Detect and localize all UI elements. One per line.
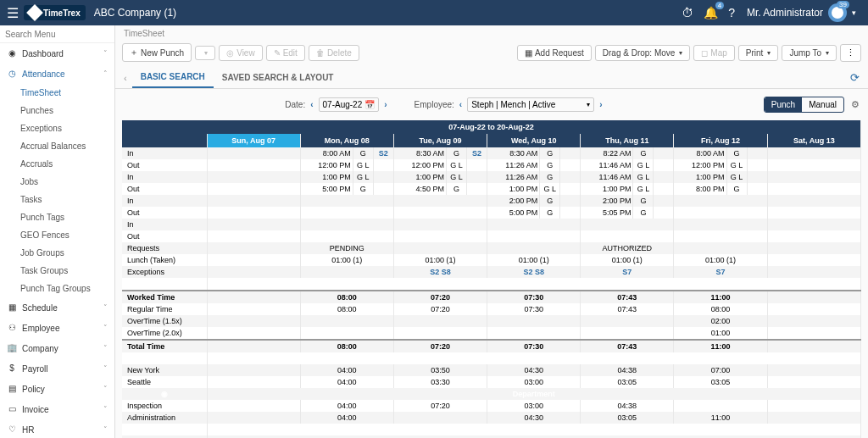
avatar[interactable]: 39 — [828, 3, 847, 22]
timesheet-grid: 07-Aug-22 to 20-Aug-22Sun, Aug 07Mon, Au… — [115, 120, 868, 438]
logo[interactable]: TimeTrex — [24, 5, 86, 20]
row-label: Out — [122, 159, 207, 171]
sidebar-item-invoice[interactable]: ▭Invoice˅ — [0, 399, 114, 419]
punch-cell[interactable]: 12:00 PM — [393, 159, 446, 171]
date-next[interactable]: › — [384, 100, 387, 109]
cell: 07:20 — [393, 291, 487, 303]
sidebar-sub-job-groups[interactable]: Job Groups — [0, 244, 114, 262]
hamburger-icon[interactable]: ☰ — [7, 5, 19, 21]
print-button[interactable]: Print — [738, 45, 779, 61]
cell: 07:43 — [581, 291, 674, 303]
mode-manual[interactable]: Manual — [802, 97, 843, 112]
punch-cell[interactable]: 12:00 PM — [300, 159, 353, 171]
punch-cell[interactable]: 1:00 PM — [674, 171, 726, 183]
punch-cell[interactable]: 11:46 AM — [581, 159, 633, 171]
map-button[interactable]: ◻ Map — [693, 45, 734, 61]
sidebar-item-attendance[interactable]: ◷Attendance˄ — [0, 64, 114, 84]
day-header[interactable]: Sun, Aug 07 — [207, 134, 300, 147]
sidebar-item-schedule[interactable]: ▦Schedule˅ — [0, 297, 114, 318]
sidebar-sub-tasks[interactable]: Tasks — [0, 191, 114, 208]
mode-punch[interactable]: Punch — [765, 97, 802, 112]
sidebar-item-company[interactable]: 🏢Company˅ — [0, 338, 114, 358]
sidebar-item-policy[interactable]: ▤Policy˅ — [0, 379, 114, 399]
search-menu-input[interactable] — [5, 30, 109, 39]
sidebar-item-dashboard[interactable]: ◉Dashboard˅ — [0, 43, 114, 64]
emp-select[interactable]: Steph | Mench | Active — [467, 97, 594, 112]
tabs-left-icon[interactable]: ‹ — [124, 73, 127, 83]
sidebar-sub-accrual-balances[interactable]: Accrual Balances — [0, 137, 114, 155]
tab-basic[interactable]: BASIC SEARCH — [132, 67, 214, 88]
sidebar-item-label: Payroll — [22, 364, 48, 374]
cell — [767, 315, 860, 327]
sidebar-sub-jobs[interactable]: Jobs — [0, 173, 114, 191]
sidebar-item-payroll[interactable]: $Payroll˅ — [0, 358, 114, 379]
punch-cell[interactable]: 8:30 AM — [393, 147, 446, 159]
day-header[interactable]: Wed, Aug 10 — [487, 134, 581, 147]
edit-button[interactable]: ✎ Edit — [266, 45, 305, 61]
section-header[interactable]: Branch — [207, 352, 861, 364]
punch-cell[interactable]: 11:26 AM — [487, 159, 540, 171]
punch-cell[interactable]: 11:46 AM — [581, 171, 633, 183]
user-name[interactable]: Mr. Administrator — [747, 7, 823, 19]
new-punch-button[interactable]: ＋ New Punch — [122, 43, 192, 62]
punch-cell[interactable]: 1:00 PM — [487, 183, 540, 195]
emp-prev[interactable]: ‹ — [459, 100, 462, 109]
jump-button[interactable]: Jump To — [782, 45, 837, 61]
day-header[interactable]: Thu, Aug 11 — [581, 134, 674, 147]
tab-saved[interactable]: SAVED SEARCH & LAYOUT — [214, 68, 342, 87]
punch-cell[interactable]: 4:50 PM — [393, 183, 446, 195]
day-header[interactable]: Tue, Aug 09 — [393, 134, 487, 147]
day-header[interactable]: Fri, Aug 12 — [674, 134, 767, 147]
punch-cell[interactable]: 8:30 AM — [487, 147, 540, 159]
punch-cell[interactable]: 2:00 PM — [487, 195, 540, 207]
day-header[interactable]: Sat, Aug 13 — [767, 134, 860, 147]
more-button[interactable]: ⋮ — [840, 44, 861, 62]
drag-drop-button[interactable]: Drag & Drop: Move — [595, 45, 691, 61]
cell: 07:20 — [393, 400, 487, 412]
emp-next[interactable]: › — [599, 100, 602, 109]
punch-cell[interactable]: 5:00 PM — [487, 207, 540, 219]
sidebar-item-hr[interactable]: ♡HR˅ — [0, 419, 114, 438]
cell — [207, 242, 300, 254]
sidebar-item-employee[interactable]: ⚇Employee˅ — [0, 318, 114, 338]
delete-button[interactable]: 🗑 Delete — [309, 45, 359, 61]
sidebar-sub-punch-tag-groups[interactable]: Punch Tag Groups — [0, 280, 114, 297]
day-header[interactable]: Mon, Aug 08 — [300, 134, 393, 147]
add-request-button[interactable]: ▦ Add Request — [517, 45, 592, 61]
section-header[interactable]: Department — [207, 388, 861, 400]
sidebar-sub-timesheet[interactable]: TimeSheet — [0, 84, 114, 102]
cell: 11:00 — [674, 412, 767, 424]
view-button[interactable]: ◎ View — [219, 45, 263, 61]
punch-cell[interactable]: 2:00 PM — [581, 195, 633, 207]
sidebar-sub-accruals[interactable]: Accruals — [0, 155, 114, 173]
help-icon[interactable]: ? — [728, 6, 735, 19]
sidebar-sub-task-groups[interactable]: Task Groups — [0, 262, 114, 280]
tabs: ‹ BASIC SEARCH SAVED SEARCH & LAYOUT ⟳ — [115, 67, 868, 89]
punch-cell[interactable]: 8:00 AM — [674, 147, 726, 159]
stopwatch-icon[interactable]: ⏱ — [682, 6, 693, 19]
punch-cell[interactable]: 8:22 AM — [581, 147, 633, 159]
new-punch-dd[interactable] — [195, 46, 215, 60]
sidebar-sub-geo-fences[interactable]: GEO Fences — [0, 226, 114, 244]
section-header[interactable]: Accumulated Time — [207, 278, 861, 291]
punch-cell[interactable]: 8:00 AM — [300, 147, 353, 159]
bell-icon[interactable]: 🔔4 — [704, 6, 718, 19]
punch-cell[interactable]: 8:00 PM — [674, 183, 726, 195]
punch-cell[interactable]: 1:00 PM — [393, 171, 446, 183]
sidebar-sub-punches[interactable]: Punches — [0, 102, 114, 119]
chevron-down-icon[interactable]: ▾ — [852, 8, 856, 17]
punch-cell[interactable]: 1:00 PM — [581, 183, 633, 195]
chevron-icon: ˅ — [103, 49, 108, 58]
punch-cell[interactable]: 5:00 PM — [300, 183, 353, 195]
date-input[interactable]: 07-Aug-22 📅 — [319, 97, 380, 112]
punch-cell[interactable]: 1:00 PM — [300, 171, 353, 183]
refresh-icon[interactable]: ⟳ — [850, 71, 860, 84]
date-prev[interactable]: ‹ — [310, 100, 313, 109]
section-header[interactable]: Job (9) — [207, 424, 861, 435]
punch-cell[interactable]: 5:05 PM — [581, 207, 633, 219]
sidebar-sub-punch-tags[interactable]: Punch Tags — [0, 208, 114, 226]
gear-icon[interactable]: ⚙ — [851, 99, 860, 110]
sidebar-sub-exceptions[interactable]: Exceptions — [0, 119, 114, 137]
punch-cell[interactable]: 12:00 PM — [674, 159, 726, 171]
punch-cell[interactable]: 11:26 AM — [487, 171, 540, 183]
